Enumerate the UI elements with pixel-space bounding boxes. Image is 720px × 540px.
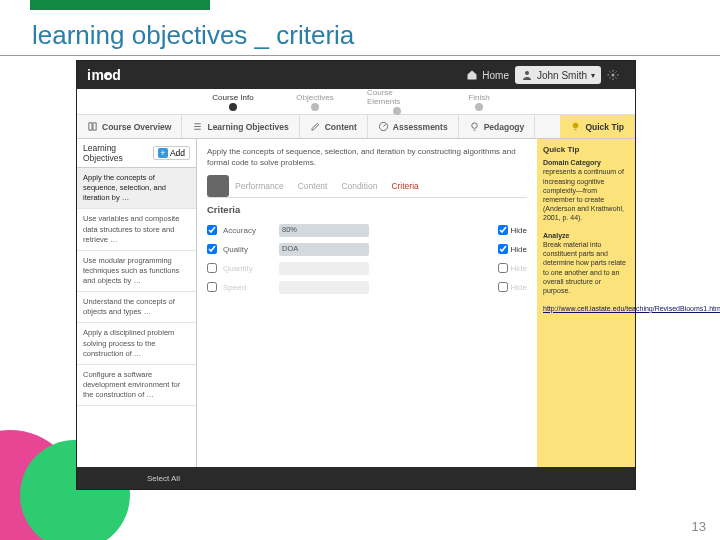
- criteria-quality-field[interactable]: DOA: [279, 243, 369, 256]
- step-dot-icon: [475, 103, 483, 111]
- tab-label: Course Overview: [102, 122, 171, 132]
- tab-learning-objectives[interactable]: Learning Objectives: [182, 115, 299, 138]
- gear-icon: [607, 69, 619, 81]
- criteria-row-quantity: Quantity Hide: [207, 259, 527, 278]
- subtab-criteria[interactable]: Criteria: [391, 181, 418, 191]
- decorative-circle-pink: [0, 430, 80, 540]
- svg-point-1: [612, 74, 615, 77]
- tab-course-overview[interactable]: Course Overview: [77, 115, 182, 138]
- criteria-row-quality: Quality DOA Hide: [207, 240, 527, 259]
- subtab-row: Performance Content Condition Criteria: [207, 177, 527, 198]
- nav-home-label: Home: [482, 70, 509, 81]
- step-label: Course Elements: [367, 88, 427, 106]
- hide-checkbox[interactable]: [498, 244, 508, 254]
- app-footer: Select All: [77, 467, 635, 489]
- tab-label: Learning Objectives: [207, 122, 288, 132]
- objective-item[interactable]: Apply a disciplined problem solving proc…: [77, 323, 196, 364]
- objective-item[interactable]: Use modular programming techniques such …: [77, 251, 196, 292]
- tab-pedagogy[interactable]: Pedagogy: [459, 115, 536, 138]
- criteria-accuracy-checkbox[interactable]: [207, 225, 217, 235]
- tip-heading: Quick Tip: [543, 145, 629, 155]
- criteria-speed-hide[interactable]: Hide: [498, 282, 527, 292]
- tab-quick-tip[interactable]: Quick Tip: [560, 115, 635, 138]
- slide-underline: [0, 55, 720, 56]
- nav-settings[interactable]: [601, 66, 625, 84]
- list-icon: [192, 121, 203, 132]
- criteria-label: Accuracy: [223, 226, 273, 235]
- add-objective-button[interactable]: + Add: [153, 146, 190, 160]
- progress-steps: Course Info Objectives Course Elements F…: [77, 89, 635, 115]
- nav-home[interactable]: Home: [460, 66, 515, 84]
- svg-rect-8: [575, 129, 577, 130]
- criteria-label: Quantity: [223, 264, 273, 273]
- svg-point-6: [471, 123, 477, 128]
- sidebar-header: Learning Objectives + Add: [77, 139, 196, 168]
- objective-item[interactable]: Understand the concepts of objects and t…: [77, 292, 196, 323]
- app-window: imd Home John Smith ▾ Course Info Object…: [76, 60, 636, 490]
- step-label: Course Info: [212, 93, 253, 102]
- home-icon: [466, 69, 478, 81]
- criteria-quantity-checkbox[interactable]: [207, 263, 217, 273]
- criteria-speed-checkbox[interactable]: [207, 282, 217, 292]
- hide-checkbox[interactable]: [498, 282, 508, 292]
- criteria-accuracy-hide[interactable]: Hide: [498, 225, 527, 235]
- step-objectives[interactable]: Objectives: [285, 93, 345, 111]
- lightbulb-icon: [469, 121, 480, 132]
- criteria-label: Speed: [223, 283, 273, 292]
- step-course-elements[interactable]: Course Elements: [367, 88, 427, 115]
- add-label: Add: [170, 148, 185, 158]
- step-dot-icon: [311, 103, 319, 111]
- criteria-speed-field[interactable]: [279, 281, 369, 294]
- step-finish[interactable]: Finish: [449, 93, 509, 111]
- tip-section-title: Analyze: [543, 232, 569, 239]
- svg-point-0: [525, 71, 529, 75]
- objective-item[interactable]: Configure a software development environ…: [77, 365, 196, 406]
- gauge-icon: [378, 121, 389, 132]
- objective-item[interactable]: Apply the concepts of sequence, selectio…: [77, 168, 196, 209]
- objective-item[interactable]: Use variables and composite data structu…: [77, 209, 196, 250]
- objectives-sidebar: Learning Objectives + Add Apply the conc…: [77, 139, 197, 467]
- criteria-quantity-hide[interactable]: Hide: [498, 263, 527, 273]
- tip-section-body: represents a continuum of increasing cog…: [543, 168, 624, 220]
- subtab-performance[interactable]: Performance: [235, 181, 284, 191]
- step-label: Finish: [468, 93, 489, 102]
- tab-label: Quick Tip: [585, 122, 624, 132]
- hide-label: Hide: [511, 283, 527, 292]
- nav-user[interactable]: John Smith ▾: [515, 66, 601, 84]
- slide-title: learning objectives _ criteria: [32, 20, 354, 51]
- page-number: 13: [692, 519, 706, 534]
- tip-section-title: Domain Category: [543, 159, 601, 166]
- tab-content[interactable]: Content: [300, 115, 368, 138]
- subtab-content[interactable]: Content: [298, 181, 328, 191]
- criteria-label: Quality: [223, 245, 273, 254]
- logo-suffix: d: [112, 67, 121, 83]
- svg-point-7: [573, 123, 579, 128]
- tip-section-body: Break material into constituent parts an…: [543, 241, 626, 293]
- criteria-quality-hide[interactable]: Hide: [498, 244, 527, 254]
- objective-full-text: Apply the concepts of sequence, selectio…: [207, 147, 527, 169]
- hide-checkbox[interactable]: [498, 225, 508, 235]
- criteria-quality-checkbox[interactable]: [207, 244, 217, 254]
- subtab-condition[interactable]: Condition: [341, 181, 377, 191]
- criteria-quantity-field[interactable]: [279, 262, 369, 275]
- pencil-icon: [310, 121, 321, 132]
- app-logo: imd: [87, 67, 121, 83]
- step-course-info[interactable]: Course Info: [203, 93, 263, 111]
- objective-icon: [207, 175, 229, 197]
- hide-label: Hide: [511, 226, 527, 235]
- panel-heading: Criteria: [207, 204, 527, 215]
- tab-label: Content: [325, 122, 357, 132]
- select-all-link[interactable]: Select All: [147, 474, 180, 483]
- hide-label: Hide: [511, 245, 527, 254]
- logo-prefix: im: [87, 67, 104, 83]
- hide-label: Hide: [511, 264, 527, 273]
- chevron-down-icon: ▾: [591, 71, 595, 80]
- sidebar-title: Learning Objectives: [83, 143, 153, 163]
- hide-checkbox[interactable]: [498, 263, 508, 273]
- criteria-accuracy-field[interactable]: 80%: [279, 224, 369, 237]
- tab-assessments[interactable]: Assessments: [368, 115, 459, 138]
- tab-label: Assessments: [393, 122, 448, 132]
- tip-link[interactable]: http://www.celt.iastate.edu/teaching/Rev…: [543, 305, 720, 312]
- tab-bar: Course Overview Learning Objectives Cont…: [77, 115, 635, 139]
- user-icon: [521, 69, 533, 81]
